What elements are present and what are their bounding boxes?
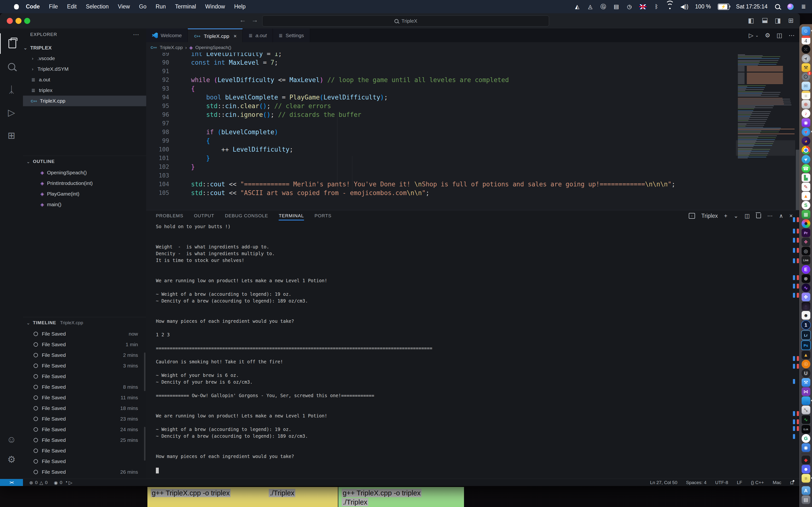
dock-chrome[interactable] xyxy=(802,146,810,155)
tab-welcome[interactable]: Welcome xyxy=(146,29,188,42)
dock-keychain-access[interactable]: ⊶ xyxy=(802,406,810,414)
dock-clover-app[interactable]: ✤ xyxy=(802,293,810,301)
timeline-entry[interactable]: File Saved23 mins xyxy=(23,413,146,424)
dock-compose-app[interactable]: ✎ xyxy=(802,182,810,191)
tree-item-.vscode[interactable]: ›.vscode xyxy=(23,53,153,64)
tree-root[interactable]: ⌄TRIPLEX xyxy=(23,43,146,53)
bluetooth-icon[interactable]: ᛒ xyxy=(653,3,660,10)
sticky-note[interactable]: ./Triplex xyxy=(265,487,338,507)
volume-icon[interactable]: ◀)) xyxy=(680,3,688,10)
terminal-session-label[interactable]: Triplex xyxy=(701,213,718,219)
dock-activity-monitor[interactable]: ∿ xyxy=(801,415,811,425)
dock-unreal-engine[interactable]: U xyxy=(802,369,810,378)
dock-grammarly[interactable]: G xyxy=(802,434,810,443)
g-app-icon[interactable]: Ⓖ xyxy=(600,3,606,10)
triangle-app-icon[interactable]: ◬ xyxy=(587,3,593,10)
sticky-note[interactable]: g++ TripleX.cpp -o triplex./Triplex xyxy=(338,487,464,507)
dock-blender[interactable]: ☉ xyxy=(802,360,810,369)
breadcrumb[interactable]: C++ TripleX.cpp › ◈ OpeningSpeach() xyxy=(146,42,800,53)
dock-chart-app[interactable]: ▙ xyxy=(802,173,810,182)
dock-vscode[interactable] xyxy=(802,396,810,405)
dock-davinci-resolve[interactable]: ❖ xyxy=(802,237,810,246)
dock-x-black-app[interactable]: ⊗ xyxy=(802,274,810,283)
dock-stickies[interactable]: ≡ xyxy=(802,474,810,483)
debug-launch[interactable]: ▷ xyxy=(69,480,72,486)
sidebar-scrollbar[interactable] xyxy=(144,352,146,391)
more-actions-icon[interactable]: ⋯ xyxy=(789,32,795,39)
dock-firefox[interactable]: ◕ xyxy=(802,137,810,145)
outline-item[interactable]: ◈PlayGame(int) xyxy=(23,188,146,199)
dock-red-black-app[interactable]: ◆ xyxy=(802,456,810,464)
activity-item-source-control[interactable]: ᛉ xyxy=(0,79,23,100)
dock-switch-utility[interactable]: ⊕ xyxy=(802,100,810,109)
activity-item-explorer[interactable] xyxy=(0,33,24,54)
command-center-search[interactable]: TripleX xyxy=(262,15,549,26)
remote-os[interactable]: Mac xyxy=(773,480,781,485)
activity-item-settings-gear[interactable]: ⚙ xyxy=(0,449,23,469)
activity-item-account[interactable]: ☺ xyxy=(0,429,23,450)
dock-capture-one[interactable]: 1 xyxy=(801,320,811,330)
nav-back-icon[interactable]: ← xyxy=(239,16,246,24)
terminal-output[interactable]: So hold on to your butts !) Weight - is … xyxy=(156,224,433,473)
tree-item-TripleX.dSYM[interactable]: ›TripleX.dSYM xyxy=(23,64,153,74)
gear-icon[interactable]: ⚙ xyxy=(765,32,770,39)
dock-premiere-pro[interactable]: Pr xyxy=(802,228,810,237)
panel-tab-problems[interactable]: PROBLEMS xyxy=(156,210,184,221)
timeline-entry[interactable]: File Saved xyxy=(23,456,146,467)
timeline-entry[interactable]: File Saved3 mins xyxy=(23,360,146,371)
panel-tab-debug-console[interactable]: DEBUG CONSOLE xyxy=(225,210,268,221)
dock-arc-app[interactable]: ◉ xyxy=(802,443,810,452)
kill-terminal-icon[interactable] xyxy=(756,213,761,218)
minimap-viewport[interactable] xyxy=(736,140,795,156)
dock-safari[interactable]: ➤ xyxy=(802,127,810,136)
notifications-bell-icon[interactable]: Ω xyxy=(790,480,794,485)
timeline-entry[interactable]: File Savednow xyxy=(23,329,146,339)
dock-finder[interactable]: ☺ xyxy=(802,26,810,35)
tab-a-out[interactable]: ≣a.out xyxy=(243,29,272,42)
tree-item-a.out[interactable]: ≣a.out xyxy=(23,74,153,85)
timeline-entry[interactable]: File Saved11 mins xyxy=(23,392,146,403)
language-mode[interactable]: {} C++ xyxy=(751,480,764,485)
toggle-secondary-sidebar-icon[interactable]: ◨ xyxy=(775,17,781,24)
remote-indicator[interactable]: >< xyxy=(0,479,23,486)
spotlight-icon[interactable] xyxy=(774,3,780,10)
nav-forward-icon[interactable]: → xyxy=(251,16,258,24)
cursor-position[interactable]: Ln 27, Col 50 xyxy=(650,480,677,485)
timeline-entry[interactable]: File Saved26 mins xyxy=(23,467,146,477)
close-panel-icon[interactable]: × xyxy=(790,213,793,219)
indentation[interactable]: Spaces: 4 xyxy=(686,480,707,485)
toggle-sidebar-icon[interactable]: ◧ xyxy=(748,17,754,24)
dock-spy-app[interactable]: ☻ xyxy=(802,311,810,320)
more-panel-actions-icon[interactable]: ⋯ xyxy=(767,213,773,219)
timeline-entry[interactable]: File Saved xyxy=(23,445,146,456)
dock-lightroom[interactable]: Lr xyxy=(801,330,811,340)
dock-whatsapp[interactable]: ☎ xyxy=(802,164,810,173)
run-dropdown-icon[interactable]: ⌄ xyxy=(755,33,759,38)
panel-tab-output[interactable]: OUTPUT xyxy=(194,210,214,221)
timeline-entry[interactable]: File Saved1 min xyxy=(23,339,146,350)
maximize-panel-icon[interactable]: ∧ xyxy=(779,213,783,219)
dock-applications-folder[interactable]: A xyxy=(802,486,810,495)
dock-visual-studio[interactable]: ⋈ xyxy=(802,387,810,396)
dock-system-settings[interactable]: ⚙2 xyxy=(802,72,810,81)
editor-scrollbar[interactable] xyxy=(796,150,799,212)
problems-status[interactable]: ⊗0 △0 xyxy=(29,480,48,486)
dock-launchpad[interactable]: ➤ xyxy=(802,54,810,63)
tree-item-TripleX.cpp[interactable]: C++TripleX.cpp xyxy=(23,96,153,106)
activity-item-extensions[interactable]: ⊞ xyxy=(0,125,23,146)
tree-item-triplex[interactable]: ≣triplex xyxy=(23,85,153,96)
dock-screenflow-app[interactable]: S xyxy=(802,201,810,210)
dock-pro-tools[interactable]: ∿ xyxy=(802,283,810,292)
menu-item-file[interactable]: File xyxy=(45,3,63,10)
zoom-window-button[interactable] xyxy=(24,18,30,24)
menu-item-window[interactable]: Window xyxy=(201,3,230,10)
menu-item-help[interactable]: Help xyxy=(230,3,250,10)
activity-item-run-debug[interactable]: ▷ xyxy=(0,102,23,123)
minimize-window-button[interactable] xyxy=(15,18,21,24)
timeline-entry[interactable]: File Saved8 mins xyxy=(23,382,146,392)
siri-icon[interactable] xyxy=(788,3,794,10)
menu-item-selection[interactable]: Selection xyxy=(81,3,113,10)
outline-item[interactable]: ◈OpeningSpeach() xyxy=(23,167,146,178)
dock-magic-hat-app[interactable]: ◓ xyxy=(802,302,810,311)
input-source-flag-icon[interactable] xyxy=(639,3,647,10)
